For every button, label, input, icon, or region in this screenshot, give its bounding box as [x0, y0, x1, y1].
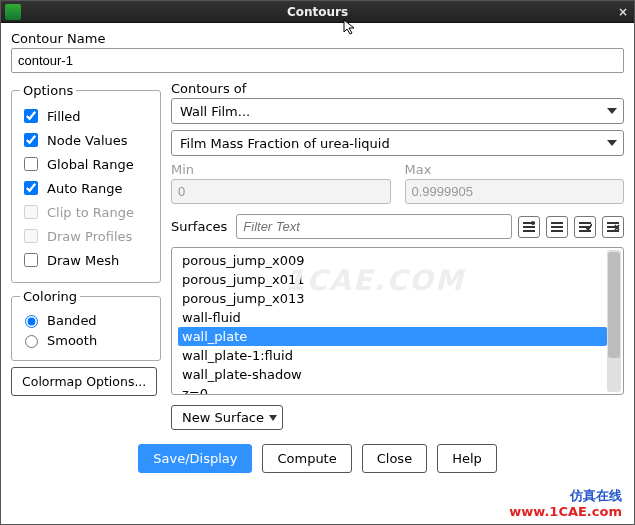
options-fieldset: Options FilledNode ValuesGlobal RangeAut…	[11, 83, 161, 283]
option-filled[interactable]: Filled	[20, 106, 152, 126]
svg-rect-7	[579, 222, 591, 224]
checkbox[interactable]	[24, 253, 38, 267]
colormap-options-button[interactable]: Colormap Options...	[11, 367, 157, 396]
svg-rect-1	[523, 226, 535, 228]
dropdown-value: New Surface	[182, 410, 264, 425]
list-item[interactable]: wall_plate	[178, 327, 607, 346]
coloring-banded[interactable]: Banded	[20, 312, 152, 328]
contours-of-label: Contours of	[171, 81, 624, 96]
filter-toggle-icon[interactable]	[518, 216, 540, 238]
max-label: Max	[405, 162, 625, 177]
option-label: Node Values	[47, 133, 128, 148]
coloring-fieldset: Coloring BandedSmooth	[11, 289, 161, 361]
scrollbar[interactable]	[607, 250, 621, 392]
dropdown-value: Film Mass Fraction of urea-liquid	[180, 136, 390, 151]
radio[interactable]	[25, 315, 38, 328]
list-item[interactable]: porous_jump_x013	[178, 289, 607, 308]
option-global-range[interactable]: Global Range	[20, 154, 152, 174]
compute-button[interactable]: Compute	[262, 444, 351, 473]
contours-of-variable-dropdown[interactable]: Film Mass Fraction of urea-liquid	[171, 130, 624, 156]
window-title: Contours	[1, 5, 634, 19]
help-button[interactable]: Help	[437, 444, 497, 473]
svg-rect-12	[607, 230, 619, 232]
list-item[interactable]: z=0	[178, 384, 607, 395]
chevron-down-icon	[269, 415, 277, 421]
options-legend: Options	[20, 83, 76, 98]
option-label: Clip to Range	[47, 205, 134, 220]
checkbox[interactable]	[24, 181, 38, 195]
list-item[interactable]: wall_plate-1:fluid	[178, 346, 607, 365]
close-button[interactable]: Close	[362, 444, 427, 473]
option-auto-range[interactable]: Auto Range	[20, 178, 152, 198]
radio-label: Smooth	[47, 333, 97, 348]
svg-rect-4	[551, 222, 563, 224]
svg-rect-9	[579, 230, 591, 232]
titlebar: Contours ×	[1, 1, 634, 23]
dropdown-value: Wall Film...	[180, 104, 250, 119]
scrollbar-thumb[interactable]	[608, 252, 620, 358]
option-draw-profiles: Draw Profiles	[20, 226, 152, 246]
footer-url: www.1CAE.com	[509, 504, 622, 520]
contours-of-category-dropdown[interactable]: Wall Film...	[171, 98, 624, 124]
option-label: Auto Range	[47, 181, 123, 196]
svg-rect-5	[551, 226, 563, 228]
coloring-smooth[interactable]: Smooth	[20, 332, 152, 348]
min-input	[171, 179, 391, 204]
list-item[interactable]: porous_jump_x009	[178, 251, 607, 270]
svg-rect-10	[607, 222, 619, 224]
radio[interactable]	[25, 335, 38, 348]
option-draw-mesh[interactable]: Draw Mesh	[20, 250, 152, 270]
svg-rect-2	[523, 230, 535, 232]
contour-name-input[interactable]	[11, 48, 624, 73]
checkbox	[24, 229, 38, 243]
option-label: Draw Profiles	[47, 229, 132, 244]
option-node-values[interactable]: Node Values	[20, 130, 152, 150]
list-item[interactable]: porous_jump_x011	[178, 270, 607, 289]
option-clip-to-range: Clip to Range	[20, 202, 152, 222]
list-item[interactable]: wall_plate-shadow	[178, 365, 607, 384]
surfaces-filter-input[interactable]	[236, 214, 512, 239]
checkbox	[24, 205, 38, 219]
list-item[interactable]: wall-fluid	[178, 308, 607, 327]
option-label: Draw Mesh	[47, 253, 119, 268]
min-label: Min	[171, 162, 391, 177]
surfaces-label: Surfaces	[171, 219, 227, 234]
svg-rect-6	[551, 230, 563, 232]
contour-name-label: Contour Name	[11, 31, 624, 46]
footer-cn: 仿真在线	[509, 488, 622, 504]
chevron-down-icon	[607, 108, 617, 114]
checkbox[interactable]	[24, 133, 38, 147]
select-all-icon[interactable]	[574, 216, 596, 238]
new-surface-dropdown[interactable]: New Surface	[171, 405, 283, 430]
surfaces-listbox[interactable]: porous_jump_x009porous_jump_x011porous_j…	[171, 247, 624, 395]
svg-point-3	[531, 221, 535, 225]
checkbox[interactable]	[24, 109, 38, 123]
footer-watermark: 仿真在线 www.1CAE.com	[509, 488, 622, 520]
radio-label: Banded	[47, 313, 97, 328]
max-input	[405, 179, 625, 204]
filter-clear-icon[interactable]	[546, 216, 568, 238]
option-label: Filled	[47, 109, 81, 124]
option-label: Global Range	[47, 157, 134, 172]
chevron-down-icon	[607, 140, 617, 146]
deselect-all-icon[interactable]	[602, 216, 624, 238]
coloring-legend: Coloring	[20, 289, 80, 304]
checkbox[interactable]	[24, 157, 38, 171]
save-display-button[interactable]: Save/Display	[138, 444, 252, 473]
